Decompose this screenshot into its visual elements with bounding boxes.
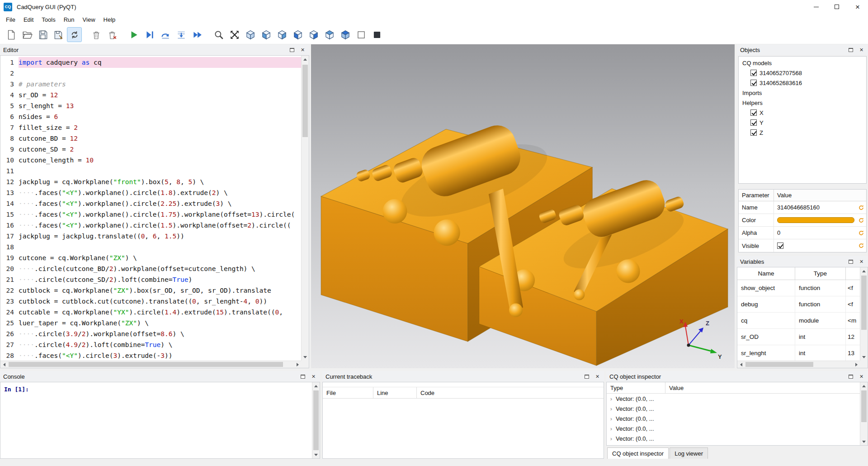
checkbox[interactable] (750, 129, 757, 136)
inspector-row[interactable]: ›Vector: (0.0, ... (607, 414, 860, 423)
property-value[interactable]: 3140646685160 (774, 201, 856, 214)
delete-button[interactable] (89, 27, 104, 42)
console-vertical-scrollbar[interactable] (312, 382, 320, 458)
continue-button[interactable] (189, 27, 204, 42)
dock-close-button[interactable]: × (858, 47, 865, 53)
variable-row[interactable]: debugfunction<f (737, 296, 860, 313)
editor-horizontal-scrollbar[interactable] (0, 361, 301, 368)
variables-header-name[interactable]: Name (737, 267, 795, 280)
top-view-button[interactable] (322, 27, 337, 42)
variable-row[interactable]: sr_lenghtint13 (737, 345, 860, 361)
dock-close-button[interactable]: × (594, 373, 601, 380)
dock-float-button[interactable] (583, 373, 590, 380)
inspector-row[interactable]: ›Vector: (0.0, ... (607, 433, 860, 443)
scroll-down-button[interactable] (860, 438, 868, 445)
scrollbar-thumb[interactable] (745, 362, 813, 367)
expand-icon[interactable]: › (607, 405, 616, 412)
back-view-button[interactable] (274, 27, 289, 42)
new-file-button[interactable] (4, 27, 19, 42)
tab-log-viewer[interactable]: Log viewer (670, 447, 708, 459)
close-button[interactable]: × (847, 0, 868, 14)
scroll-up-button[interactable] (860, 267, 868, 275)
scroll-up-button[interactable] (860, 382, 868, 390)
scroll-right-button[interactable] (294, 361, 301, 368)
variables-vertical-scrollbar[interactable] (860, 267, 868, 361)
traceback-header-code[interactable]: Code (417, 390, 604, 396)
variable-row[interactable]: show_objectfunction<f (737, 280, 860, 296)
left-view-button[interactable] (290, 27, 305, 42)
scroll-down-button[interactable] (302, 353, 309, 361)
expand-icon[interactable]: › (607, 425, 616, 432)
menu-tools[interactable]: Tools (38, 14, 59, 25)
render-button[interactable] (126, 27, 141, 42)
checkbox[interactable] (750, 119, 757, 126)
scroll-down-button[interactable] (860, 353, 868, 361)
traceback-header-line[interactable]: Line (373, 387, 417, 398)
expand-icon[interactable]: › (607, 435, 616, 442)
minimize-button[interactable] (806, 0, 826, 14)
tree-item-helper-x[interactable]: X (739, 108, 866, 118)
variable-row[interactable]: sr_ODint12 (737, 329, 860, 345)
viewport-3d[interactable]: X Z Y (311, 44, 735, 368)
bottom-view-button[interactable] (338, 27, 353, 42)
step-button[interactable] (158, 27, 173, 42)
step-into-button[interactable] (174, 27, 189, 42)
checkbox[interactable] (777, 243, 783, 249)
inspector-header-type[interactable]: Type (607, 382, 665, 393)
variables-header-type[interactable]: Type (795, 267, 846, 280)
tree-item-imports[interactable]: Imports (739, 88, 866, 98)
open-button[interactable] (19, 27, 34, 42)
clear-button[interactable] (104, 27, 119, 42)
wireframe-button[interactable] (354, 27, 368, 42)
variables-horizontal-scrollbar[interactable] (737, 361, 860, 368)
maximize-button[interactable] (826, 0, 847, 14)
dock-float-button[interactable] (847, 47, 854, 53)
menu-file[interactable]: File (2, 14, 19, 25)
traceback-header-file[interactable]: File (323, 387, 373, 398)
reset-property-button[interactable] (856, 201, 866, 214)
tree-item-helper-y[interactable]: Y (739, 118, 866, 128)
inspector-vertical-scrollbar[interactable] (860, 382, 868, 445)
scroll-up-button[interactable] (302, 56, 309, 63)
color-swatch[interactable] (777, 217, 854, 223)
checkbox[interactable] (750, 80, 757, 86)
properties-header-value[interactable]: Value (774, 192, 866, 199)
dock-close-button[interactable]: × (299, 47, 306, 53)
dock-float-button[interactable] (847, 258, 854, 265)
menu-view[interactable]: View (79, 14, 99, 25)
fit-view-button[interactable] (211, 27, 226, 42)
inspector-row[interactable]: ›Vector: (0.0, ... (607, 423, 860, 433)
reset-property-button[interactable] (856, 214, 866, 226)
debug-button[interactable] (142, 27, 157, 42)
dock-float-button[interactable] (299, 373, 306, 380)
tree-item-model-2[interactable]: 3140652683616 (739, 78, 866, 88)
menu-edit[interactable]: Edit (19, 14, 38, 25)
fit-screen-button[interactable] (227, 27, 242, 42)
reset-property-button[interactable] (856, 227, 866, 239)
scroll-up-button[interactable] (312, 382, 320, 390)
properties-header-parameter[interactable]: Parameter (739, 190, 774, 201)
scroll-left-button[interactable] (737, 361, 745, 368)
tree-item-helpers[interactable]: Helpers (739, 98, 866, 108)
tree-item-helper-z[interactable]: Z (739, 128, 866, 138)
scrollbar-thumb[interactable] (302, 65, 308, 137)
front-view-button[interactable] (259, 27, 274, 42)
scroll-down-button[interactable] (312, 451, 320, 458)
expand-icon[interactable]: › (607, 395, 616, 402)
editor-vertical-scrollbar[interactable] (301, 56, 309, 361)
iso-view-button[interactable] (243, 27, 258, 42)
right-view-button[interactable] (306, 27, 321, 42)
inspector-header-value[interactable]: Value (665, 385, 860, 391)
autoreload-button[interactable] (67, 27, 82, 42)
console-input-area[interactable]: In [1]: (0, 382, 312, 458)
tree-item-model-1[interactable]: 3140652707568 (739, 68, 866, 78)
property-value[interactable]: 0 (774, 227, 856, 239)
tab-cq-object-inspector[interactable]: CQ object inspector (607, 447, 669, 459)
editor-code-area[interactable]: 1import cadquery as cq23# parameters4sr_… (0, 56, 301, 361)
inspector-row[interactable]: ›Vector: (0.0, ... (607, 404, 860, 414)
save-as-button[interactable] (51, 27, 66, 42)
reset-property-button[interactable] (856, 239, 866, 252)
tree-item-cq-models[interactable]: CQ models (739, 58, 866, 68)
dock-close-button[interactable]: × (858, 373, 865, 380)
variable-row[interactable]: cqmodule<m (737, 313, 860, 329)
